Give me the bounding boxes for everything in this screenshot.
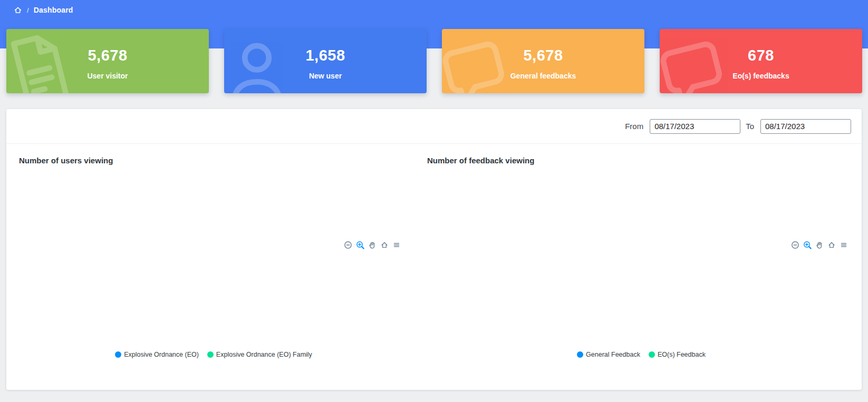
- chart-canvas[interactable]: [13, 170, 171, 249]
- from-label: From: [625, 122, 643, 131]
- legend-item[interactable]: Explosive Ordnance (EO) Family: [207, 351, 312, 358]
- charts-row: Number of users viewing 343332313029Feb …: [6, 144, 862, 390]
- chart-legend: General FeedbackEO(s) Feedback: [421, 351, 862, 358]
- stat-card-user-visitor: 5,678 User visitor: [6, 29, 209, 93]
- legend-marker: [207, 351, 214, 358]
- charts-panel: From To Number of users viewing 34333231…: [6, 109, 862, 390]
- chat-bubble-icon: [660, 29, 741, 93]
- file-text-icon: [6, 29, 88, 93]
- to-label: To: [746, 122, 754, 131]
- chart-toolbar: 35343332313029Feb '1210 Feb20 FebMar '12…: [787, 155, 848, 335]
- home-icon[interactable]: [827, 241, 836, 249]
- menu-icon[interactable]: [840, 241, 848, 249]
- date-filter-bar: From To: [6, 109, 862, 144]
- pan-icon[interactable]: [368, 241, 377, 249]
- home-icon[interactable]: [14, 6, 22, 14]
- legend-marker: [115, 351, 121, 358]
- zoom-out-icon[interactable]: [344, 241, 352, 249]
- chart-users-viewing: Number of users viewing 343332313029Feb …: [13, 144, 414, 390]
- breadcrumb-separator: /: [27, 6, 29, 14]
- legend-label: General Feedback: [586, 351, 640, 358]
- chart-feedback-viewing: Number of feedback viewing 3534333231302…: [421, 144, 862, 390]
- legend-label: Explosive Ordnance (EO): [124, 351, 199, 358]
- breadcrumb: / Dashboard: [14, 6, 73, 14]
- selection-zoom-icon[interactable]: [803, 241, 812, 249]
- selection-zoom-icon[interactable]: [356, 241, 364, 249]
- home-icon[interactable]: [380, 241, 389, 249]
- to-date-input[interactable]: [760, 119, 851, 134]
- legend-marker: [577, 351, 583, 358]
- pan-icon[interactable]: [815, 241, 824, 249]
- legend-item[interactable]: Explosive Ordnance (EO): [115, 351, 199, 358]
- legend-item[interactable]: EO(s) Feedback: [649, 351, 706, 358]
- from-date-input[interactable]: [650, 119, 740, 134]
- chart-legend: Explosive Ordnance (EO)Explosive Ordnanc…: [13, 351, 414, 358]
- legend-marker: [649, 351, 655, 358]
- stat-card-eos-feedbacks: 678 Eo(s) feedbacks: [660, 29, 862, 93]
- chart-canvas[interactable]: [421, 170, 579, 249]
- stat-card-general-feedbacks: 5,678 General feedbacks: [442, 29, 644, 93]
- chart-title: Number of users viewing: [19, 156, 113, 165]
- user-icon: [224, 32, 297, 93]
- legend-label: EO(s) Feedback: [658, 351, 706, 358]
- menu-icon[interactable]: [392, 241, 401, 249]
- legend-item[interactable]: General Feedback: [577, 351, 640, 358]
- breadcrumb-current[interactable]: Dashboard: [34, 6, 73, 14]
- zoom-out-icon[interactable]: [791, 241, 799, 249]
- stat-card-new-user: 1,658 New user: [224, 29, 427, 93]
- chat-bubble-icon: [442, 29, 523, 93]
- chart-toolbar: 343332313029Feb '1210 Feb20 FebMar '1210…: [340, 155, 401, 335]
- chart-title: Number of feedback viewing: [427, 156, 534, 165]
- legend-label: Explosive Ordnance (EO) Family: [216, 351, 312, 358]
